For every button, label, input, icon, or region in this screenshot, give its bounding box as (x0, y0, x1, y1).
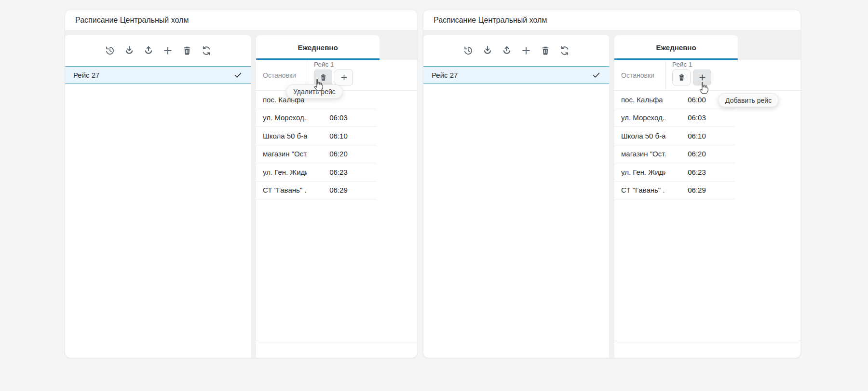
refresh-icon[interactable] (559, 45, 570, 56)
time-cell[interactable]: 06:03 (307, 113, 370, 122)
time-cell[interactable]: 06:23 (665, 168, 728, 176)
add-trip-button[interactable] (335, 70, 353, 85)
history-icon[interactable] (462, 45, 474, 56)
page: { "panels": [ { "title": "Расписание Цен… (0, 0, 868, 391)
table-row[interactable]: магазин "Ост... 06:20 (256, 145, 377, 164)
stop-cell[interactable]: ул. Ген. Жиди... (614, 168, 665, 176)
tab-bar: Ежедневно (256, 35, 417, 60)
stop-cell[interactable]: СТ "Гавань" ... (256, 186, 307, 194)
tab-daily[interactable]: Ежедневно (256, 35, 380, 60)
check-icon (592, 70, 601, 80)
tooltip-delete-trip: Удалить рейс (286, 84, 343, 98)
add-icon[interactable] (520, 45, 532, 56)
import-icon[interactable] (123, 45, 135, 56)
trip-list-toolbar (423, 35, 609, 66)
history-icon[interactable] (104, 45, 116, 56)
table-row[interactable]: ул. Мореход... 06:03 (256, 109, 377, 127)
export-icon[interactable] (501, 45, 513, 56)
table-header: Остановки Рейс 1 (614, 60, 800, 91)
time-cell[interactable]: 06:10 (665, 132, 728, 140)
trip-list-item-selected[interactable]: Рейс 27 (423, 66, 609, 84)
time-cell[interactable]: 06:29 (665, 186, 728, 194)
time-cell[interactable]: 06:10 (307, 132, 370, 140)
add-icon[interactable] (162, 45, 174, 56)
stops-column-header: Остановки (614, 60, 665, 90)
tab-active-underline (614, 58, 738, 60)
trip-list-toolbar (65, 35, 251, 66)
delete-trip-button[interactable] (672, 70, 691, 85)
tooltip-add-trip: Добавить рейс (718, 93, 779, 107)
trip-column-header: Рейс 1 (665, 60, 711, 90)
table-row[interactable]: магазин "Ост... 06:20 (614, 145, 735, 164)
table-row[interactable]: Школа 50 б-а 06:10 (256, 127, 377, 145)
stops-table-body: пос. Кальфа ... 06:00 ул. Мореход... 06:… (614, 91, 800, 341)
table-row[interactable]: Школа 50 б-а 06:10 (614, 127, 735, 145)
time-cell[interactable]: 06:23 (307, 168, 370, 176)
stop-cell[interactable]: Школа 50 б-а (256, 132, 307, 140)
table-row[interactable]: ул. Мореход... 06:03 (614, 109, 735, 127)
stop-cell[interactable]: Школа 50 б-а (614, 132, 665, 140)
card-body: Рейс 27 Ежедневно Остановки Рейс 1 (423, 31, 800, 358)
stop-cell[interactable]: ул. Мореход... (614, 113, 665, 122)
trip-list-panel: Рейс 27 (65, 35, 251, 358)
table-row[interactable]: СТ "Гавань" ... 06:29 (614, 182, 735, 200)
trip-list-item-label: Рейс 27 (73, 71, 99, 79)
stop-cell[interactable]: ул. Ген. Жиди... (256, 168, 307, 176)
card-body: Рейс 27 Ежедневно Остановки Рейс 1 (65, 31, 417, 358)
table-footer (614, 341, 800, 358)
table-footer (256, 341, 417, 358)
import-icon[interactable] (482, 45, 493, 56)
schedule-window-right: Расписание Центральный холм Рейс 27 Ежед… (423, 10, 801, 358)
schedule-table-panel: Ежедневно Остановки Рейс 1 пос. Кальфа .… (256, 35, 417, 358)
check-icon (233, 70, 243, 80)
refresh-icon[interactable] (201, 45, 212, 56)
tab-daily[interactable]: Ежедневно (614, 35, 738, 60)
delete-icon[interactable] (181, 45, 193, 56)
page-title: Расписание Центральный холм (65, 10, 417, 30)
stop-cell[interactable]: СТ "Гавань" ... (614, 186, 665, 194)
time-cell[interactable]: 06:29 (307, 186, 370, 194)
table-row[interactable]: ул. Ген. Жиди... 06:23 (614, 163, 735, 182)
stop-cell[interactable]: ул. Мореход... (256, 113, 307, 122)
trip-list-item-label: Рейс 27 (432, 71, 458, 79)
tab-active-underline (256, 58, 380, 60)
schedule-window-left: Расписание Центральный холм Рейс 27 Ежед… (65, 10, 418, 358)
trip-column-title: Рейс 1 (314, 61, 353, 68)
table-row[interactable]: пос. Кальфа ... 06:00 (614, 91, 735, 109)
table-row[interactable]: ул. Ген. Жиди... 06:23 (256, 163, 377, 182)
page-title: Расписание Центральный холм (423, 10, 800, 30)
time-cell[interactable]: 06:20 (307, 150, 370, 158)
stop-cell[interactable]: пос. Кальфа ... (614, 96, 665, 104)
trip-list-panel: Рейс 27 (423, 35, 609, 358)
stop-cell[interactable]: магазин "Ост... (614, 150, 665, 158)
table-row[interactable]: СТ "Гавань" ... 06:29 (256, 182, 377, 200)
export-icon[interactable] (143, 45, 154, 56)
tab-bar: Ежедневно (614, 35, 800, 60)
time-cell[interactable]: 06:20 (665, 150, 728, 158)
time-cell[interactable]: 06:03 (665, 113, 728, 122)
schedule-table-panel: Ежедневно Остановки Рейс 1 пос. Кальфа .… (614, 35, 800, 358)
add-trip-button[interactable] (693, 70, 711, 85)
stop-cell[interactable]: магазин "Ост... (256, 150, 307, 158)
trip-column-title: Рейс 1 (672, 61, 711, 68)
stops-table-body: пос. Кальфа ... ул. Мореход... 06:03 Шко… (256, 91, 417, 341)
trip-list-item-selected[interactable]: Рейс 27 (65, 66, 251, 84)
delete-icon[interactable] (540, 45, 551, 56)
delete-trip-button[interactable] (314, 70, 332, 85)
